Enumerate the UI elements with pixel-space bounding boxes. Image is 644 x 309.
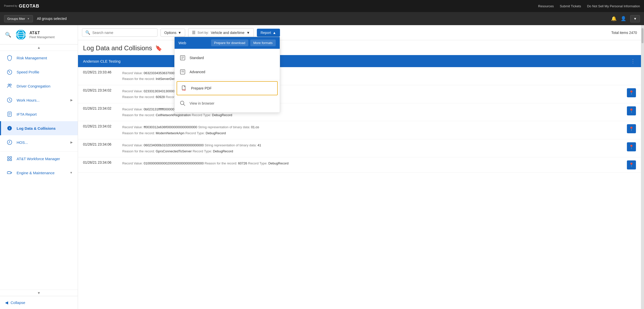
options-chevron-icon: ▼	[178, 31, 181, 35]
sidebar-item-work-hours[interactable]: Work Hours... ▶	[0, 93, 78, 107]
advanced-icon	[179, 68, 187, 76]
user-dropdown-button[interactable]: ▼	[630, 15, 640, 22]
att-name-text: AT&T	[29, 30, 55, 35]
standard-label: Standard	[190, 56, 204, 60]
map-pin-button[interactable]: 📍	[627, 160, 636, 169]
sidebar-item-driver-congregation-label: Driver Congregation	[17, 84, 50, 88]
collapse-chevron-icon: ◀	[5, 300, 8, 305]
sidebar-item-engine-maintenance[interactable]: Engine & Maintenance ▼	[0, 166, 78, 180]
options-button[interactable]: Options ▼	[160, 29, 185, 37]
record-value-label: Record Value:	[122, 107, 144, 111]
dropdown-item-view-browser[interactable]: View in browser	[175, 96, 280, 110]
binary-value: 41	[258, 143, 261, 147]
main-layout: 🔍 AT&T Fleet Management ▲	[0, 25, 644, 309]
search-icon-top[interactable]: 🔍	[5, 32, 11, 38]
record-value-label: Record Value:	[122, 143, 144, 147]
groups-filter-button[interactable]: Groups filter ▼	[4, 15, 33, 22]
collapse-button[interactable]: ◀ Collapse	[0, 296, 78, 309]
clock-icon	[6, 97, 13, 104]
search-box[interactable]: 🔍	[82, 28, 157, 37]
dropdown-action-buttons: Prepare for download More formats	[211, 39, 276, 46]
geotab-logo-text: GEOTAB	[19, 4, 39, 9]
reason-label: Reason for the record:	[205, 161, 238, 165]
resources-link[interactable]: Resources	[538, 4, 554, 8]
bookmark-icon[interactable]: 🔖	[155, 45, 162, 52]
reason-label: Reason for the record:	[122, 113, 156, 117]
sidebar-nav: Risk Management Speed Profile	[0, 51, 78, 290]
svg-point-5	[9, 72, 10, 73]
sort-value: Vehicle and date/time	[211, 31, 245, 35]
row-date: 01/26/21 23:34:02	[83, 88, 118, 92]
dropdown-item-prepare-pdf[interactable]: PDF Prepare PDF	[177, 81, 278, 95]
more-formats-button[interactable]: More formats	[250, 39, 276, 46]
map-pin-button[interactable]: 📍	[627, 88, 636, 97]
page-title: Log Data and Collisions	[83, 44, 152, 52]
hos-chevron-icon: ▶	[70, 141, 73, 144]
toolbar-right: Total items 2470	[611, 31, 637, 35]
sidebar-item-ifta-report[interactable]: IFTA Report	[0, 107, 78, 121]
people-icon	[6, 82, 13, 90]
sidebar-item-hos-label: HOS...	[17, 140, 28, 145]
total-items-text: Total items 2470	[611, 31, 637, 35]
row-date: 01/26/21 23:34:06	[83, 160, 118, 164]
content-area: 🔍 Options ▼ ☰ Sort by: Vehicle and date/…	[78, 25, 641, 309]
att-subtitle-text: Fleet Management	[29, 35, 55, 39]
data-icon: i	[6, 125, 13, 132]
sidebar-scroll-down[interactable]: ▼	[0, 290, 78, 296]
report-label: Report	[261, 31, 271, 35]
sidebar-logo-area: 🔍 AT&T Fleet Management	[0, 25, 78, 45]
table-row: 01/26/21 23:34:06 Record Value: 01000000…	[78, 157, 641, 173]
record-type-value: DebugRecord	[213, 149, 233, 153]
sidebar-item-work-hours-label: Work Hours...	[17, 98, 39, 102]
prepare-download-button[interactable]: Prepare for download	[211, 39, 248, 46]
sidebar-item-driver-congregation[interactable]: Driver Congregation	[0, 79, 78, 93]
record-value: ff0030312e636f00000000000000000	[144, 125, 197, 129]
map-pin-button[interactable]: 📍	[627, 142, 636, 151]
record-type-label: Record Type:	[248, 161, 268, 165]
top-nav-links: Resources Submit Tickets Do Not Sell My …	[538, 4, 640, 8]
row-details: Record Value: ff0030312e636f000000000000…	[122, 124, 623, 136]
notification-bell-icon[interactable]: 🔔	[611, 16, 617, 21]
map-pin-button[interactable]: 📍	[627, 106, 636, 115]
groups-selected-text: All groups selected	[37, 17, 67, 21]
map-pin-button[interactable]: 📍	[627, 124, 636, 133]
sidebar-item-hos[interactable]: HOS... ▶	[0, 135, 78, 149]
user-icon[interactable]: 👤	[621, 16, 626, 21]
group-more-options-icon[interactable]: ⋮	[630, 58, 636, 64]
do-not-sell-link[interactable]: Do Not Sell My Personal Information	[587, 4, 640, 8]
sidebar-item-log-data-collisions[interactable]: i Log Data & Collisions	[0, 121, 78, 135]
scrollbar[interactable]	[641, 25, 644, 309]
svg-text:PDF: PDF	[182, 89, 186, 91]
report-button[interactable]: Report ▲	[257, 29, 280, 37]
report-dropdown: Web Prepare for download More formats	[174, 37, 280, 113]
sidebar-item-log-data-label: Log Data & Collisions	[17, 126, 56, 130]
scrollbar-thumb[interactable]	[641, 28, 643, 43]
document-icon	[6, 111, 13, 118]
record-type-value: DebugRecord	[212, 113, 232, 117]
sidebar-item-speed-profile[interactable]: Speed Profile	[0, 65, 78, 79]
sidebar-item-engine-label: Engine & Maintenance	[17, 171, 55, 175]
sidebar-item-risk-management[interactable]: Risk Management	[0, 51, 78, 65]
sidebar-item-ifta-report-label: IFTA Report	[17, 112, 37, 116]
record-value-label: Record Value:	[122, 161, 144, 165]
search-input[interactable]	[92, 31, 154, 35]
view-browser-label: View in browser	[190, 101, 215, 105]
dropdown-item-standard[interactable]: Standard	[175, 51, 280, 65]
row-date: 01/26/21 23:34:02	[83, 124, 118, 128]
dropdown-divider	[175, 80, 280, 80]
powered-by-text: Powered by	[4, 5, 17, 8]
dropdown-item-advanced[interactable]: Advanced	[175, 65, 280, 79]
group-name: Anderson CLE Testing	[83, 59, 120, 63]
sort-button[interactable]: ☰ Sort by: Vehicle and date/time ▼	[188, 28, 254, 37]
svg-text:i: i	[9, 127, 10, 130]
record-value: 060234000b31020300000000000000000	[144, 143, 204, 147]
sidebar-item-workforce-manager[interactable]: AT&T Workforce Manager	[0, 151, 78, 166]
record-type-value: DebugRecord	[268, 161, 289, 165]
att-logo-icon	[15, 29, 26, 40]
submit-tickets-link[interactable]: Submit Tickets	[560, 4, 581, 8]
sidebar-scroll-up[interactable]: ▲	[0, 45, 78, 51]
time-icon	[6, 139, 13, 146]
binary-label: String representation of binary data:	[205, 143, 257, 147]
puzzle-icon	[6, 155, 13, 162]
user-dropdown-chevron-icon: ▼	[633, 17, 637, 21]
